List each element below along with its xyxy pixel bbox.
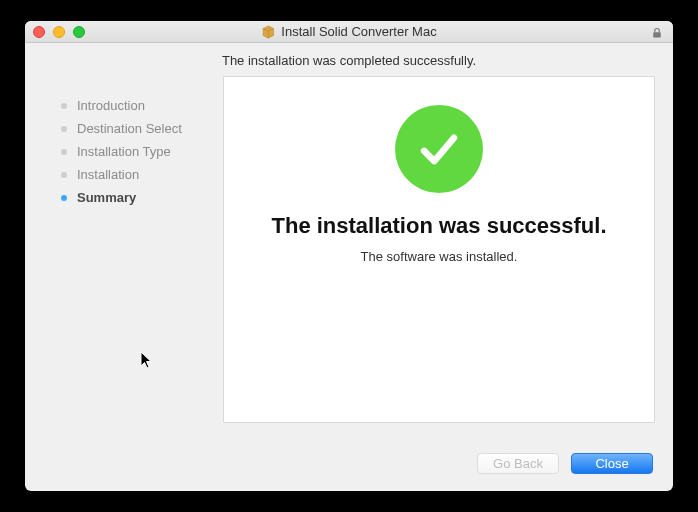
- lock-icon[interactable]: [651, 25, 665, 39]
- success-heading: The installation was successful.: [272, 213, 607, 239]
- steps-sidebar: Introduction Destination Select Installa…: [43, 76, 223, 435]
- go-back-button: Go Back: [477, 453, 559, 474]
- footer: Go Back Close: [25, 435, 673, 491]
- window-title-area: Install Solid Converter Mac: [261, 24, 436, 39]
- step-installation: Installation: [61, 163, 215, 186]
- success-check-icon: [395, 105, 483, 193]
- step-introduction: Introduction: [61, 94, 215, 117]
- close-button[interactable]: Close: [571, 453, 653, 474]
- minimize-window-button[interactable]: [53, 26, 65, 38]
- main-panel: The installation was successful. The sof…: [223, 76, 655, 423]
- maximize-window-button[interactable]: [73, 26, 85, 38]
- close-window-button[interactable]: [33, 26, 45, 38]
- step-label: Introduction: [77, 98, 145, 113]
- traffic-lights: [33, 26, 85, 38]
- step-dot-icon: [61, 126, 67, 132]
- window-title: Install Solid Converter Mac: [281, 24, 436, 39]
- content-area: Introduction Destination Select Installa…: [25, 76, 673, 435]
- step-dot-icon: [61, 195, 67, 201]
- titlebar: Install Solid Converter Mac: [25, 21, 673, 43]
- step-dot-icon: [61, 149, 67, 155]
- page-subtitle: The installation was completed successfu…: [25, 43, 673, 76]
- step-label: Summary: [77, 190, 136, 205]
- step-destination-select: Destination Select: [61, 117, 215, 140]
- package-icon: [261, 25, 275, 39]
- step-label: Destination Select: [77, 121, 182, 136]
- step-dot-icon: [61, 103, 67, 109]
- step-label: Installation: [77, 167, 139, 182]
- success-subtext: The software was installed.: [361, 249, 518, 264]
- installer-window: Install Solid Converter Mac The installa…: [25, 21, 673, 491]
- step-dot-icon: [61, 172, 67, 178]
- step-installation-type: Installation Type: [61, 140, 215, 163]
- step-label: Installation Type: [77, 144, 171, 159]
- svg-rect-2: [653, 32, 661, 37]
- step-summary: Summary: [61, 186, 215, 209]
